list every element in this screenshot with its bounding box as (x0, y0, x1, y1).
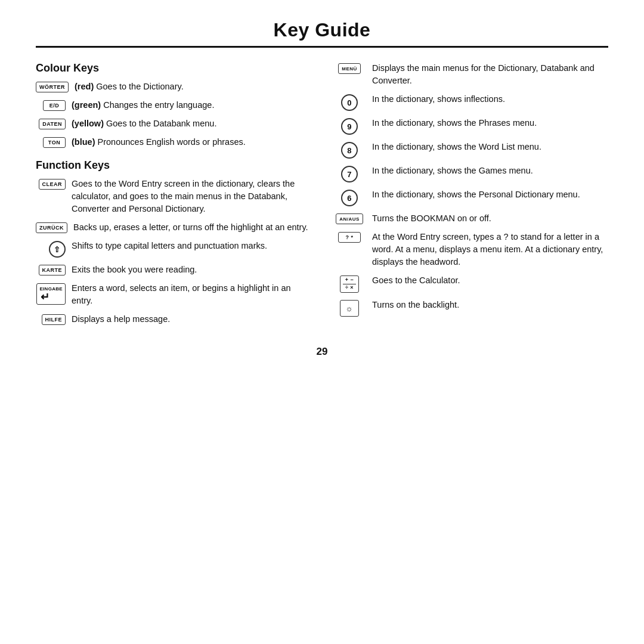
list-item: ZURÜCK Backs up, erases a letter, or tur… (36, 221, 310, 234)
key-label-col: ⇧ (36, 240, 66, 258)
ed-key: E/D (43, 100, 66, 111)
key-description: In the dictionary, shows the Personal Di… (372, 188, 608, 201)
list-item: ? * At the Word Entry screen, types a ? … (334, 231, 608, 268)
list-item: E/D (green) Changes the entry language. (36, 99, 310, 112)
anaus-key: AN/AUS (336, 213, 363, 224)
colour-keys-heading: Colour Keys (36, 62, 310, 75)
key-description: In the dictionary, shows the Word List m… (372, 141, 608, 153)
key-label-col: HILFE (36, 313, 66, 325)
calculator-key: + − ÷ × (340, 275, 359, 293)
list-item: EINGABE ↵ Enters a word, selects an item… (36, 282, 310, 307)
right-column: MENÜ Displays the main menus for the Dic… (334, 62, 608, 323)
function-keys-section: Function Keys CLEAR Goes to the Word Ent… (36, 159, 310, 326)
key-label-col: DATEN (36, 117, 66, 129)
list-item: CLEAR Goes to the Word Entry screen in t… (36, 178, 310, 215)
seven-key: 7 (341, 166, 358, 182)
key-description: (red) Goes to the Dictionary. (75, 80, 310, 93)
karte-key: KARTE (39, 265, 66, 275)
list-item: 0 In the dictionary, shows inflections. (334, 93, 608, 111)
key-description: In the dictionary, shows the Games menu. (372, 165, 608, 177)
key-label-col: KARTE (36, 264, 66, 275)
key-label-col: 9 (334, 117, 365, 135)
key-description: Goes to the Calculator. (372, 274, 608, 287)
key-description: Turns the BOOKMAN on or off. (372, 212, 608, 225)
shift-key: ⇧ (49, 241, 66, 258)
key-label-col: TON (36, 136, 66, 148)
daten-key: DATEN (39, 119, 66, 129)
list-item: WÖRTER (red) Goes to the Dictionary. (36, 80, 310, 93)
key-label-col: AN/AUS (334, 212, 365, 224)
list-item: MENÜ Displays the main menus for the Dic… (334, 62, 608, 87)
six-key: 6 (341, 190, 358, 206)
key-description: (yellow) Goes to the Databank menu. (72, 117, 310, 130)
key-description: Enters a word, selects an item, or begin… (72, 282, 310, 307)
key-description: Displays the main menus for the Dictiona… (372, 62, 608, 87)
eight-key: 8 (341, 142, 358, 159)
key-label-col: ? * (334, 231, 365, 243)
key-label-col: ☼ (334, 299, 365, 317)
key-label-col: E/D (36, 99, 66, 111)
key-label-col: 0 (334, 93, 365, 111)
key-label-col: + − ÷ × (334, 274, 365, 293)
key-description: Shifts to type capital letters and punct… (72, 240, 310, 252)
clear-key: CLEAR (39, 179, 66, 190)
list-item: KARTE Exits the book you were reading. (36, 264, 310, 276)
key-description: At the Word Entry screen, types a ? to s… (372, 231, 608, 268)
key-label-col: EINGABE ↵ (36, 282, 66, 305)
key-description: In the dictionary, shows the Phrases men… (372, 117, 608, 129)
left-column: Colour Keys WÖRTER (red) Goes to the Dic… (36, 62, 310, 332)
key-label-col: MENÜ (334, 62, 365, 74)
key-label-col: WÖRTER (36, 80, 69, 92)
function-keys-heading: Function Keys (36, 159, 310, 172)
list-item: 7 In the dictionary, shows the Games men… (334, 165, 608, 182)
question-key: ? * (338, 232, 361, 243)
nine-key: 9 (341, 118, 358, 135)
list-item: AN/AUS Turns the BOOKMAN on or off. (334, 212, 608, 225)
list-item: 8 In the dictionary, shows the Word List… (334, 141, 608, 159)
zuruck-key: ZURÜCK (36, 222, 67, 233)
backlight-key: ☼ (340, 300, 359, 317)
list-item: ⇧ Shifts to type capital letters and pun… (36, 240, 310, 258)
eingabe-key: EINGABE ↵ (36, 283, 66, 305)
list-item: DATEN (yellow) Goes to the Databank menu… (36, 117, 310, 130)
list-item: + − ÷ × Goes to the Calculator. (334, 274, 608, 293)
zero-key: 0 (341, 94, 358, 111)
key-description: (green) Changes the entry language. (72, 99, 310, 112)
title-divider (36, 46, 608, 48)
page-container: Key Guide Colour Keys WÖRTER (red) Goes … (0, 0, 644, 644)
main-content: Colour Keys WÖRTER (red) Goes to the Dic… (36, 62, 608, 332)
key-label-col: 8 (334, 141, 365, 159)
key-description: Goes to the Word Entry screen in the dic… (72, 178, 310, 215)
key-label-col: 6 (334, 188, 365, 206)
colour-keys-section: Colour Keys WÖRTER (red) Goes to the Dic… (36, 62, 310, 148)
page-title: Key Guide (36, 19, 608, 41)
ton-key: TON (43, 137, 66, 148)
list-item: HILFE Displays a help message. (36, 313, 310, 326)
page-number: 29 (36, 346, 608, 358)
key-description: (blue) Pronounces English words or phras… (72, 136, 310, 148)
key-label-col: CLEAR (36, 178, 66, 190)
list-item: ☼ Turns on the backlight. (334, 299, 608, 317)
key-label-col: 7 (334, 165, 365, 182)
list-item: 6 In the dictionary, shows the Personal … (334, 188, 608, 206)
key-label-col: ZURÜCK (36, 221, 67, 233)
hilfe-key: HILFE (42, 314, 66, 325)
list-item: TON (blue) Pronounces English words or p… (36, 136, 310, 148)
key-description: Turns on the backlight. (372, 299, 608, 311)
worter-key: WÖRTER (36, 82, 69, 92)
key-description: Displays a help message. (72, 313, 310, 326)
key-description: Exits the book you were reading. (72, 264, 310, 276)
key-description: In the dictionary, shows inflections. (372, 93, 608, 106)
list-item: 9 In the dictionary, shows the Phrases m… (334, 117, 608, 135)
menu-key: MENÜ (338, 63, 361, 74)
key-description: Backs up, erases a letter, or turns off … (73, 221, 310, 234)
